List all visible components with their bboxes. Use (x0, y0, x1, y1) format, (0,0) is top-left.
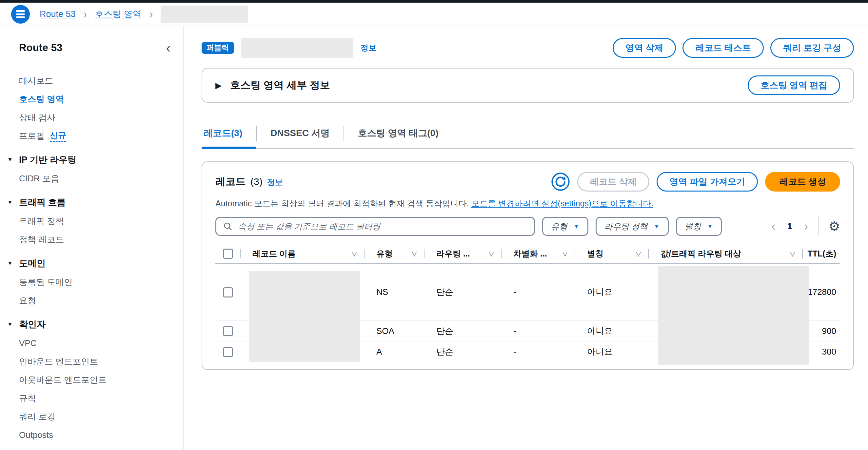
column-routing[interactable]: 라우팅 ... ▽ (425, 244, 501, 263)
column-value[interactable]: 값/트래픽 라우팅 대상 ▽ (649, 244, 803, 263)
record-filter-input[interactable] (237, 221, 527, 232)
triangle-down-icon: ▼ (7, 260, 19, 267)
chevron-right-icon: › (150, 8, 153, 20)
column-label: 별칭 (587, 249, 603, 258)
next-page-button[interactable]: › (804, 220, 808, 233)
sidebar-item-outposts[interactable]: Outposts (19, 426, 174, 444)
sidebar-item-query-logging[interactable]: 쿼리 로깅 (19, 408, 174, 426)
create-record-button[interactable]: 레코드 생성 (765, 172, 840, 191)
cell-differentiator: - (501, 341, 575, 362)
refresh-icon (551, 172, 570, 191)
sidebar-item-cidr-collections[interactable]: CIDR 모음 (19, 169, 174, 188)
sidebar-item-vpc[interactable]: VPC (19, 334, 174, 352)
menu-button[interactable] (11, 5, 30, 24)
sidebar-section-label: 확인자 (19, 319, 45, 330)
test-record-button[interactable]: 레코드 테스트 (682, 38, 764, 58)
tab-bar: 레코드(3) DNSSEC 서명 호스팅 영역 태그(0) (202, 120, 854, 149)
sidebar-item-health-checks[interactable]: 상태 검사 (19, 108, 174, 127)
sidebar-item-rules[interactable]: 규칙 (19, 389, 174, 408)
row-checkbox[interactable] (223, 326, 233, 336)
filter-routing-policy-dropdown[interactable]: 라우팅 정책 ▼ (596, 217, 669, 236)
row-checkbox[interactable] (223, 287, 233, 298)
sort-icon[interactable]: ▽ (562, 250, 567, 258)
sidebar-item-profiles[interactable]: 프로필 신규 (19, 127, 174, 145)
tab-dnssec-signing[interactable]: DNSSEC 서명 (257, 120, 343, 148)
sidebar-collapse-button[interactable]: ‹ (163, 41, 174, 55)
refresh-button[interactable] (551, 172, 570, 191)
settings-link[interactable]: 모드를 변경하려면 설정(settings)으로 이동합니다. (471, 199, 654, 208)
breadcrumb: Route 53 › 호스팅 영역 › (40, 6, 248, 23)
records-info-link[interactable]: 정보 (267, 177, 283, 188)
sidebar-item-policy-records[interactable]: 정책 레코드 (19, 230, 174, 249)
cell-differentiator: - (501, 321, 575, 341)
main-content: 퍼블릭 정보 영역 삭제 레코드 테스트 쿼리 로깅 구성 ▶ 호스팅 영역 세… (184, 26, 868, 450)
cell-type: NS (365, 263, 425, 321)
import-zone-file-button[interactable]: 영역 파일 가져오기 (657, 172, 758, 191)
row-checkbox[interactable] (223, 347, 233, 357)
column-differentiator[interactable]: 차별화 ... ▽ (501, 244, 575, 263)
delete-zone-button[interactable]: 영역 삭제 (613, 38, 676, 58)
sidebar-item-label: 프로필 (19, 130, 44, 142)
public-badge: 퍼블릭 (202, 42, 234, 54)
sort-icon[interactable]: ▽ (352, 250, 356, 258)
sort-icon[interactable]: ▽ (790, 250, 795, 258)
zone-header: 퍼블릭 정보 영역 삭제 레코드 테스트 쿼리 로깅 구성 (202, 37, 854, 59)
filter-alias-dropdown[interactable]: 별칭 ▼ (676, 217, 722, 236)
edit-hosted-zone-button[interactable]: 호스팅 영역 편집 (748, 76, 840, 95)
hosted-zone-details-panel: ▶ 호스팅 영역 세부 정보 호스팅 영역 편집 (202, 68, 854, 103)
redacted-zone-name (161, 6, 248, 23)
breadcrumb-hosted-zones-link[interactable]: 호스팅 영역 (95, 8, 142, 20)
column-type[interactable]: 유형 ▽ (365, 244, 425, 263)
sort-icon[interactable]: ▽ (489, 250, 494, 258)
sort-icon[interactable]: ▽ (412, 250, 416, 258)
zone-info-link[interactable]: 정보 (361, 42, 376, 53)
redacted-zone-title (241, 38, 353, 58)
tab-records[interactable]: 레코드(3) (202, 120, 256, 148)
cell-alias: 아니요 (575, 321, 649, 341)
records-title: 레코드 (215, 175, 246, 188)
configure-query-logging-button[interactable]: 쿼리 로깅 구성 (770, 38, 854, 58)
cell-routing: 단순 (425, 321, 501, 341)
delete-record-button[interactable]: 레코드 삭제 (577, 172, 650, 191)
new-badge: 신규 (50, 130, 66, 142)
settings-gear-button[interactable]: ⚙ (828, 220, 840, 233)
sidebar-item-requests[interactable]: 요청 (19, 291, 174, 310)
sidebar-nav: 대시보드 호스팅 영역 상태 검사 프로필 신규 ▼ IP 기반 라우팅 CID… (19, 71, 174, 444)
column-ttl[interactable]: TTL(초) (803, 244, 840, 263)
sidebar-section-resolver[interactable]: ▼ 확인자 (7, 315, 174, 334)
sidebar-item-traffic-policies[interactable]: 트래픽 정책 (19, 212, 174, 230)
column-label: 값/트래픽 라우팅 대상 (660, 249, 741, 258)
table-header-row: 레코드 이름 ▽ 유형 ▽ 라우팅 ... ▽ (215, 244, 840, 263)
column-record-name[interactable]: 레코드 이름 ▽ (241, 244, 365, 263)
records-panel: 레코드 (3) 정보 레코드 삭제 영역 파일 (202, 161, 854, 370)
select-all-checkbox[interactable] (223, 249, 233, 259)
sidebar-item-inbound-endpoints[interactable]: 인바운드 엔드포인트 (19, 352, 174, 371)
record-filter-searchbox[interactable] (215, 217, 535, 236)
triangle-down-icon: ▼ (7, 321, 19, 328)
tab-hosted-zone-tags[interactable]: 호스팅 영역 태그(0) (344, 120, 452, 148)
dropdown-label: 유형 (551, 221, 567, 232)
sidebar-section-traffic-flow[interactable]: ▼ 트래픽 흐름 (7, 193, 174, 212)
sidebar-section-label: 트래픽 흐름 (19, 197, 66, 208)
sidebar-item-registered-domains[interactable]: 등록된 도메인 (19, 273, 174, 291)
sidebar-item-outbound-endpoints[interactable]: 아웃바운드 엔드포인트 (19, 371, 174, 389)
cell-alias: 아니요 (575, 341, 649, 362)
column-label: 차별화 ... (513, 249, 547, 258)
sidebar-section-domains[interactable]: ▼ 도메인 (7, 254, 174, 273)
prev-page-button[interactable]: ‹ (772, 220, 776, 233)
filter-type-dropdown[interactable]: 유형 ▼ (542, 217, 588, 236)
details-expander[interactable]: ▶ 호스팅 영역 세부 정보 (215, 79, 330, 92)
cell-routing: 단순 (425, 341, 501, 362)
sidebar-item-dashboard[interactable]: 대시보드 (19, 71, 174, 90)
breadcrumb-route53-link[interactable]: Route 53 (40, 9, 76, 19)
chevron-down-icon: ▼ (707, 223, 713, 230)
sidebar-item-hosted-zones[interactable]: 호스팅 영역 (19, 90, 174, 108)
column-label: 유형 (376, 249, 393, 258)
current-page[interactable]: 1 (787, 221, 793, 232)
search-icon (223, 221, 233, 231)
triangle-right-icon: ▶ (215, 81, 222, 90)
sort-icon[interactable]: ▽ (636, 250, 641, 258)
sidebar-section-ip-based-routing[interactable]: ▼ IP 기반 라우팅 (7, 150, 174, 169)
sidebar-section-label: IP 기반 라우팅 (19, 154, 76, 166)
column-alias[interactable]: 별칭 ▽ (575, 244, 649, 263)
